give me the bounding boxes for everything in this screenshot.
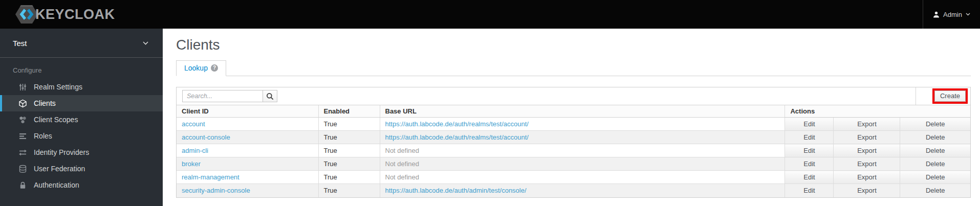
table-row: account True https://auth.labcode.de/aut…	[177, 118, 970, 131]
delete-button[interactable]: Delete	[900, 144, 970, 157]
sidebar-item-label: User Federation	[34, 165, 85, 173]
base-url-link[interactable]: https://auth.labcode.de/auth/realms/test…	[385, 120, 529, 128]
delete-button[interactable]: Delete	[900, 118, 970, 131]
logo-wordmark: KEYCLOAK	[35, 7, 115, 22]
annotation-highlight: Create	[932, 88, 968, 104]
chevron-down-icon	[966, 13, 970, 16]
search-icon	[266, 93, 274, 100]
base-url-not-defined: Not defined	[385, 147, 420, 154]
realm-selector[interactable]: Test	[0, 29, 163, 58]
create-cell: Create	[916, 87, 970, 105]
delete-button[interactable]: Delete	[900, 131, 970, 144]
export-button[interactable]: Export	[834, 157, 900, 171]
delete-button[interactable]: Delete	[900, 171, 970, 184]
user-name: Admin	[943, 11, 962, 18]
exchange-icon	[18, 148, 27, 157]
realm-name: Test	[13, 39, 27, 48]
sidebar-item-clients[interactable]: Clients	[0, 95, 163, 111]
base-url-not-defined: Not defined	[385, 173, 420, 181]
sidebar-item-label: Identity Providers	[34, 148, 89, 156]
sidebar-item-identity-providers[interactable]: Identity Providers	[0, 144, 163, 161]
tab-label: Lookup	[184, 64, 208, 72]
search-group	[182, 87, 277, 105]
delete-button[interactable]: Delete	[900, 157, 970, 171]
tab-lookup[interactable]: Lookup ?	[176, 60, 226, 76]
sidebar-item-roles[interactable]: Roles	[0, 128, 163, 144]
search-input[interactable]	[182, 90, 263, 102]
edit-button[interactable]: Edit	[785, 131, 834, 144]
sliders-icon	[18, 83, 27, 91]
enabled-cell: True	[318, 131, 380, 144]
sidebar-item-client-scopes[interactable]: Client Scopes	[0, 111, 163, 128]
table-row: admin-cli True Not defined Edit Export D…	[177, 144, 970, 157]
client-id-link[interactable]: broker	[182, 160, 201, 168]
cube-icon	[18, 99, 27, 108]
enabled-cell: True	[318, 184, 380, 197]
base-url-link[interactable]: https://auth.labcode.de/auth/realms/test…	[385, 133, 529, 141]
edit-button[interactable]: Edit	[785, 144, 834, 157]
sidebar-item-label: Roles	[34, 132, 52, 140]
export-button[interactable]: Export	[834, 171, 900, 184]
sidebar-item-label: Clients	[34, 99, 56, 107]
export-button[interactable]: Export	[834, 184, 900, 197]
table-row: realm-management True Not defined Edit E…	[177, 171, 970, 184]
client-id-link[interactable]: admin-cli	[182, 147, 208, 154]
export-button[interactable]: Export	[834, 144, 900, 157]
sidebar-section-label: Configure	[13, 66, 163, 74]
table-row: account-console True https://auth.labcod…	[177, 131, 970, 144]
table-row: broker True Not defined Edit Export Dele…	[177, 157, 970, 171]
sidebar-item-label: Client Scopes	[34, 116, 78, 124]
table-toolbar: Create	[177, 87, 970, 105]
search-button[interactable]	[263, 90, 277, 102]
user-menu[interactable]: Admin	[923, 0, 980, 29]
client-id-link[interactable]: realm-management	[182, 173, 239, 181]
enabled-cell: True	[318, 157, 380, 171]
table-header-row: Client ID Enabled Base URL Actions	[177, 105, 970, 118]
edit-button[interactable]: Edit	[785, 171, 834, 184]
sidebar-item-label: Realm Settings	[34, 83, 82, 91]
database-icon	[18, 165, 27, 173]
table-row: security-admin-console True https://auth…	[177, 184, 970, 197]
main-content: Clients Lookup ?	[163, 29, 980, 206]
export-button[interactable]: Export	[834, 131, 900, 144]
list-icon	[18, 132, 27, 141]
column-header-actions: Actions	[785, 105, 970, 118]
sidebar: Test Configure Realm Settings C	[0, 29, 163, 206]
enabled-cell: True	[318, 118, 380, 131]
edit-button[interactable]: Edit	[785, 184, 834, 197]
column-header-base-url: Base URL	[380, 105, 785, 118]
delete-button[interactable]: Delete	[900, 184, 970, 197]
edit-button[interactable]: Edit	[785, 118, 834, 131]
clients-table: Client ID Enabled Base URL Actions accou…	[177, 105, 970, 197]
column-header-client-id: Client ID	[177, 105, 318, 118]
column-header-enabled: Enabled	[318, 105, 380, 118]
lock-icon	[18, 181, 27, 190]
base-url-not-defined: Not defined	[385, 160, 420, 168]
page-title: Clients	[176, 37, 971, 53]
clients-table-panel: Create Client ID Enabled Base URL Action…	[176, 87, 971, 198]
sidebar-item-user-federation[interactable]: User Federation	[0, 161, 163, 177]
client-id-link[interactable]: security-admin-console	[182, 187, 250, 194]
chevron-down-icon	[143, 41, 148, 45]
sidebar-item-realm-settings[interactable]: Realm Settings	[0, 79, 163, 95]
keycloak-logo[interactable]: KEYCLOAK	[15, 4, 115, 25]
user-icon	[933, 11, 940, 18]
edit-button[interactable]: Edit	[785, 157, 834, 171]
enabled-cell: True	[318, 144, 380, 157]
create-button[interactable]: Create	[934, 90, 966, 102]
base-url-link[interactable]: https://auth.labcode.de/auth/admin/test/…	[385, 187, 527, 194]
sidebar-item-label: Authentication	[34, 181, 79, 189]
client-id-link[interactable]: account-console	[182, 133, 230, 141]
sidebar-item-authentication[interactable]: Authentication	[0, 177, 163, 193]
enabled-cell: True	[318, 171, 380, 184]
tab-bar: Lookup ?	[176, 60, 971, 76]
help-question-icon[interactable]: ?	[211, 64, 218, 72]
top-header-bar: KEYCLOAK Admin	[0, 0, 980, 29]
export-button[interactable]: Export	[834, 118, 900, 131]
client-id-link[interactable]: account	[182, 120, 205, 128]
cubes-icon	[18, 116, 27, 124]
